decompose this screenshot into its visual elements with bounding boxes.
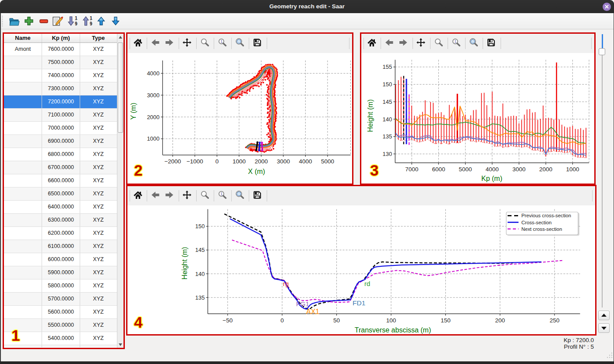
svg-text:145: 145 — [195, 247, 205, 253]
svg-text:Kp (m): Kp (m) — [481, 175, 502, 182]
svg-text:Height (m): Height (m) — [367, 99, 374, 132]
svg-text:−2000: −2000 — [164, 158, 181, 165]
svg-text:3000: 3000 — [277, 158, 290, 165]
svg-text:1: 1 — [90, 16, 92, 21]
svg-text:FD1: FD1 — [353, 299, 365, 307]
svg-text:1: 1 — [75, 16, 78, 21]
svg-text:−50: −50 — [222, 317, 233, 324]
svg-text:100: 100 — [386, 317, 396, 324]
svg-text:140: 140 — [195, 271, 205, 277]
svg-text:50: 50 — [333, 317, 340, 324]
svg-text:Next cross-section: Next cross-section — [522, 226, 562, 232]
svg-text:6000: 6000 — [432, 166, 445, 173]
svg-text:1000: 1000 — [147, 135, 159, 142]
svg-text:rd: rd — [364, 280, 370, 287]
svg-text:3000: 3000 — [512, 166, 526, 173]
svg-text:2000: 2000 — [539, 166, 552, 173]
svg-text:135: 135 — [195, 294, 205, 301]
svg-text:130: 130 — [383, 151, 392, 157]
svg-text:9: 9 — [75, 21, 78, 26]
svg-text:3000: 3000 — [147, 92, 159, 99]
svg-text:5000: 5000 — [459, 166, 472, 173]
svg-text:Previous cross-section: Previous cross-section — [522, 213, 572, 218]
svg-text:200: 200 — [495, 317, 505, 324]
svg-text:−1000: −1000 — [187, 158, 203, 165]
svg-text:150: 150 — [383, 81, 392, 88]
svg-text:135: 135 — [383, 133, 392, 140]
svg-text:Height (m): Height (m) — [181, 247, 188, 280]
svg-text:4000: 4000 — [147, 70, 159, 77]
svg-text:FG1: FG1 — [296, 300, 309, 307]
svg-text:0: 0 — [280, 317, 284, 324]
svg-text:Transverse abscissa (m): Transverse abscissa (m) — [355, 326, 431, 334]
svg-text:X (m): X (m) — [248, 168, 265, 175]
svg-text:150: 150 — [195, 223, 205, 230]
svg-text:Y (m): Y (m) — [130, 102, 137, 120]
svg-text:Cross-section: Cross-section — [522, 220, 552, 225]
svg-text:140: 140 — [383, 116, 392, 123]
svg-text:150: 150 — [441, 317, 451, 324]
svg-text:1000: 1000 — [566, 166, 579, 173]
svg-text:2000: 2000 — [147, 114, 159, 120]
svg-text:145: 145 — [383, 99, 392, 105]
svg-text:250: 250 — [550, 317, 560, 324]
svg-text:155: 155 — [383, 64, 392, 70]
svg-text:rg: rg — [283, 280, 289, 287]
svg-text:5000: 5000 — [321, 158, 334, 165]
svg-text:4000: 4000 — [486, 166, 499, 173]
svg-text:9: 9 — [90, 21, 92, 26]
svg-text:4000: 4000 — [299, 158, 312, 165]
svg-text:1000: 1000 — [233, 158, 246, 165]
svg-text:AX1: AX1 — [306, 308, 319, 315]
svg-text:0: 0 — [215, 158, 219, 165]
svg-text:2000: 2000 — [254, 158, 268, 165]
svg-text:7000: 7000 — [405, 166, 418, 173]
